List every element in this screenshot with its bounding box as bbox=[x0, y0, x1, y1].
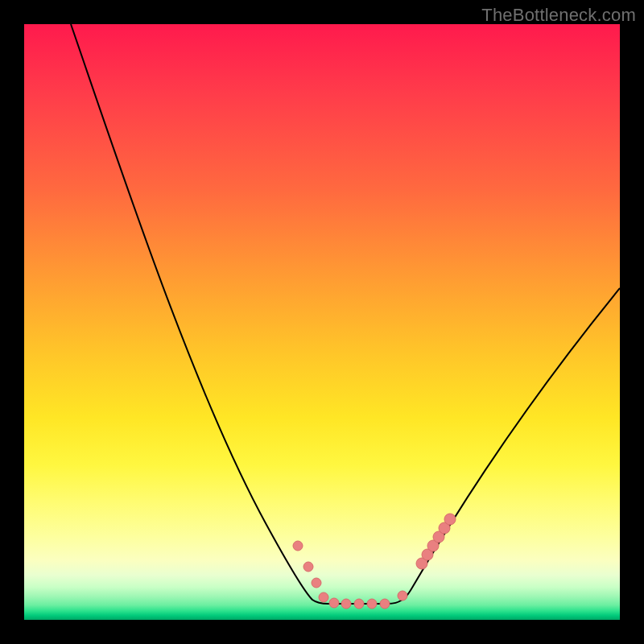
curve-marker bbox=[293, 541, 303, 551]
curve-marker bbox=[312, 578, 321, 588]
curve-marker bbox=[367, 599, 377, 609]
watermark-text: TheBottleneck.com bbox=[481, 5, 636, 26]
bottleneck-curve-svg bbox=[24, 24, 620, 620]
curve-marker bbox=[398, 591, 407, 601]
curve-marker bbox=[354, 599, 364, 609]
curve-marker bbox=[444, 514, 456, 525]
curve-marker bbox=[303, 562, 313, 572]
chart-frame: TheBottleneck.com bbox=[0, 0, 644, 644]
curve-marker bbox=[319, 592, 328, 602]
curve-marker bbox=[341, 599, 351, 609]
curve-markers bbox=[293, 514, 456, 609]
bottleneck-curve-path bbox=[71, 24, 620, 604]
curve-marker bbox=[380, 599, 390, 609]
plot-area bbox=[24, 24, 620, 620]
curve-marker bbox=[329, 598, 339, 608]
